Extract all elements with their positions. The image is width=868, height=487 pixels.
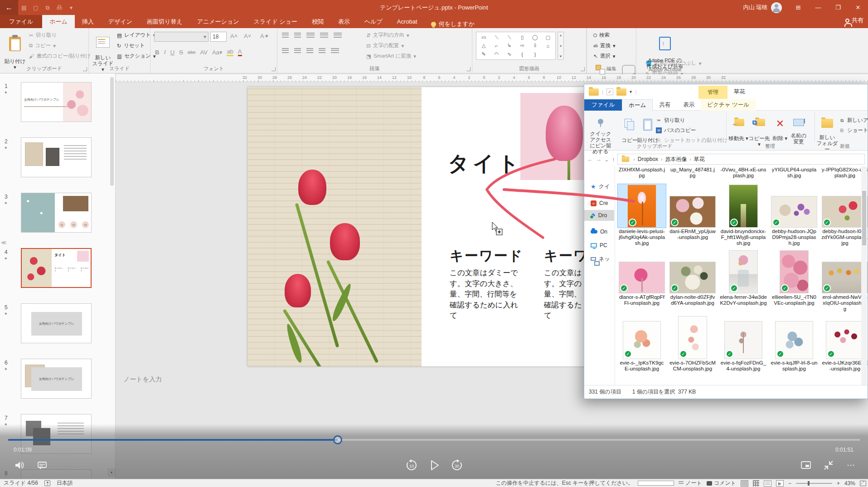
shape-icon[interactable]: ⇩: [533, 43, 537, 49]
progress-bar[interactable]: [8, 439, 860, 441]
decrease-indent-icon[interactable]: [306, 33, 315, 38]
mini-player-icon[interactable]: [799, 458, 813, 472]
slide-thumbnail-2[interactable]: 2✶: [0, 137, 116, 179]
text-direction-button[interactable]: ⇵文字列の方向▾: [366, 32, 409, 39]
shape-icon[interactable]: ⟍: [495, 34, 499, 40]
file-item[interactable]: ✓elena-ferrer-34w3deK2DvY-unsplash.jpg: [719, 250, 767, 306]
zoom-in-icon[interactable]: +: [837, 480, 840, 487]
file-item[interactable]: ✓debby-hudson-l0yBzdYk0GM-unsplash.jpg: [821, 184, 868, 246]
slide-thumbnail-frame[interactable]: [21, 137, 92, 177]
copy-to-button[interactable]: ⧉ コピー先 ▾: [748, 113, 770, 147]
file-item[interactable]: ✓debby-hudson-JQpD9Pmja28-unsplash.jpg: [770, 184, 818, 246]
sidebar-item-クイ[interactable]: ★クイ: [584, 181, 614, 192]
nav-history-icon[interactable]: ⌄: [604, 156, 609, 163]
shape-icon[interactable]: △: [482, 43, 485, 49]
play-icon[interactable]: [427, 458, 441, 472]
reset-button[interactable]: ↻リセット: [117, 42, 145, 49]
smartart-button[interactable]: ⬔SmartArt に変換▾: [366, 53, 416, 59]
explorer-tab-ファイル[interactable]: ファイル: [584, 99, 622, 111]
shape-icon[interactable]: ⌐: [495, 43, 498, 49]
monitor-icon[interactable]: ⧉: [42, 5, 53, 11]
copy-path-button[interactable]: Wパスのコピー: [656, 127, 696, 134]
ppt-tab-ファイル[interactable]: ファイル: [0, 15, 42, 28]
file-item[interactable]: ✓evie-s-lJKzqr36EoE-unsplash.jpg: [821, 316, 868, 372]
ppt-tab-アニメーション[interactable]: アニメーション: [190, 15, 247, 28]
org-chart-icon[interactable]: 品: [53, 4, 65, 11]
layout-button[interactable]: ▤レイアウト▾: [117, 32, 156, 39]
bold-button[interactable]: B: [155, 49, 159, 56]
font-name-input[interactable]: ▾: [154, 32, 209, 42]
shapes-gallery[interactable]: ▭⟍⟍▯◯▢△⌐↳⇨⇩⌂✎◠∿{}: [476, 32, 556, 60]
underline-button[interactable]: U: [170, 49, 175, 56]
folder-icon[interactable]: [616, 88, 626, 96]
drawing-dialog-launcher[interactable]: [581, 67, 585, 71]
captions-icon[interactable]: [35, 458, 49, 472]
keyword-body-1[interactable]: この文章はダミーで す。文字の大きさ、 量、字間、行間等を 確認するために入れ …: [450, 268, 531, 321]
shapes-scroll[interactable]: ▴▾▼: [558, 32, 564, 60]
ppt-tab-挿入[interactable]: 挿入: [75, 15, 101, 28]
file-item[interactable]: ✓dylan-nolte-d0ZFjfvd6YA-unsplash.jpg: [669, 250, 717, 306]
shape-icon[interactable]: ◠: [495, 51, 499, 57]
shape-icon[interactable]: ⟍: [508, 34, 511, 40]
normal-view-icon[interactable]: [741, 480, 748, 487]
breadcrumb-item-草花[interactable]: 草花: [694, 156, 705, 163]
volume-icon[interactable]: [13, 458, 26, 472]
file-item-selected[interactable]: ✓daniele-levis-pelusi-j6vhgKlq4Ak-unspla…: [618, 184, 666, 246]
shape-icon[interactable]: ↳: [507, 43, 511, 49]
cut-button[interactable]: ✂切り取り: [29, 32, 57, 39]
copy-button[interactable]: ⧉コピー▾: [29, 42, 56, 49]
avatar[interactable]: [771, 2, 782, 13]
delete-button[interactable]: ✕ 削除 ▾: [772, 113, 788, 141]
tulip-photo[interactable]: [247, 87, 422, 366]
paste-button[interactable]: 貼り付け ▾: [3, 31, 27, 70]
align-center-icon[interactable]: [294, 48, 301, 53]
move-to-button[interactable]: ← 移動先 ▾: [728, 113, 748, 141]
more-options-icon[interactable]: ⋯: [844, 458, 858, 472]
explorer-tab-picture-tools[interactable]: ピクチャ ツール: [701, 99, 756, 111]
format-painter-button[interactable]: 🖌書式のコピー/貼り付け: [29, 53, 91, 59]
share-button[interactable]: 共有: [845, 16, 863, 24]
shape-icon[interactable]: ▯: [521, 34, 524, 40]
ppt-tab-デザイン[interactable]: デザイン: [101, 15, 140, 28]
comments-button[interactable]: コメント: [707, 479, 736, 487]
breadcrumb-item-原本画像[interactable]: 原本画像: [665, 156, 687, 163]
fit-slide-icon[interactable]: [860, 481, 866, 486]
sidebar-item-On[interactable]: On: [584, 226, 614, 237]
sidebar-item-PC[interactable]: PC: [584, 240, 614, 251]
find-button[interactable]: 検索: [593, 32, 610, 39]
select-button[interactable]: ↖選択▾: [593, 53, 615, 59]
ppt-tab-Acrobat[interactable]: Acrobat: [390, 15, 425, 28]
notes-button[interactable]: ノート: [679, 479, 702, 487]
ribbon-display-options-icon[interactable]: ⊞: [788, 0, 808, 15]
shape-icon[interactable]: ✎: [482, 51, 486, 57]
file-item[interactable]: ✓david-bruyndonckx-F_hft1Wiyj8-unsplash.…: [719, 184, 767, 246]
font-dialog-launcher[interactable]: [272, 67, 276, 71]
notes-placeholder[interactable]: ノートを入力: [123, 375, 162, 384]
properties-check-icon[interactable]: ✓: [606, 88, 613, 95]
cut-button[interactable]: ✂切り取り: [656, 117, 685, 124]
new-item-button[interactable]: ⧉新しいアイテム: [839, 117, 868, 124]
bullets-icon[interactable]: [282, 33, 289, 38]
ppt-tab-ヘルプ[interactable]: ヘルプ: [357, 15, 390, 28]
clear-format-icon[interactable]: A✦: [258, 33, 271, 39]
zoom-level[interactable]: 43%: [844, 480, 855, 487]
columns-icon[interactable]: [331, 48, 339, 53]
slide-thumbnail-frame[interactable]: 女性向けパワポテンプレ: [21, 82, 92, 122]
file-item[interactable]: ✓dani-ERnM_ypUjuw-unsplash.jpg: [669, 184, 717, 240]
pane-collapse-icon[interactable]: ≪: [1, 239, 7, 246]
file-item-partial[interactable]: y-IPPIqG82Xoo-unsplash.jpg: [821, 166, 868, 179]
ppt-tab-スライド ショー[interactable]: スライド ショー: [246, 15, 304, 28]
exit-fullscreen-icon[interactable]: [822, 458, 835, 472]
forward-30-icon[interactable]: 30: [450, 458, 464, 472]
sidebar-item-ネッ[interactable]: ネッ: [584, 253, 614, 264]
strike-abc-button[interactable]: abc: [188, 49, 196, 55]
slide-thumbnail-frame[interactable]: 010203: [21, 193, 92, 233]
sidebar-item-Cre[interactable]: ∞Cre: [584, 198, 614, 209]
zoom-slider[interactable]: [796, 483, 832, 484]
language-label[interactable]: 日本語: [57, 479, 73, 487]
slide-thumbnail-frame[interactable]: 女性向けパワポテンプレ: [21, 303, 92, 343]
back-icon[interactable]: ←: [0, 0, 18, 15]
file-item[interactable]: ✓erol-ahmed-NwV2nxIqOIU-unsplash.jpg: [821, 250, 868, 312]
shortcut-button[interactable]: ⎘ショートカット: [839, 127, 868, 134]
change-case-button[interactable]: Aa▾: [212, 49, 222, 56]
